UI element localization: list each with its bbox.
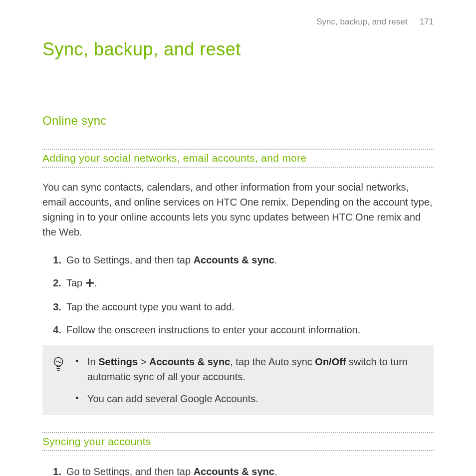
step-number: 1. [47, 464, 61, 476]
plus-icon [85, 276, 94, 291]
svg-rect-4 [57, 368, 60, 369]
step-number: 3. [47, 299, 61, 314]
step-number: 1. [47, 252, 61, 267]
tip-item: You can add several Google Accounts. [75, 391, 424, 406]
step-1: 1. Go to Settings, and then tap Accounts… [66, 464, 434, 476]
ui-term: Accounts & sync [149, 356, 230, 367]
steps-list-adding: 1. Go to Settings, and then tap Accounts… [42, 252, 434, 337]
step-text: . [274, 466, 277, 476]
running-header: Sync, backup, and reset171 [316, 17, 434, 27]
svg-rect-5 [57, 370, 60, 371]
heading-adding-accounts: Adding your social networks, email accou… [42, 149, 434, 168]
step-text: . [94, 277, 97, 288]
tip-text: , tap the Auto sync [230, 356, 315, 367]
step-text: . [274, 254, 277, 265]
intro-paragraph: You can sync contacts, calendars, and ot… [42, 180, 434, 239]
step-number: 2. [47, 275, 61, 290]
step-number: 4. [47, 322, 61, 337]
svg-rect-3 [57, 366, 60, 367]
lightbulb-icon [52, 354, 66, 406]
step-text: Tap [66, 277, 85, 288]
ui-term: Settings [98, 356, 138, 367]
header-page-number: 171 [420, 17, 434, 26]
step-text: Tap the account type you want to add. [66, 301, 235, 312]
ui-term: Accounts & sync [194, 466, 274, 476]
chapter-title: Sync, backup, and reset [42, 39, 434, 60]
tip-text: > [138, 356, 149, 367]
ui-term: Accounts & sync [194, 254, 274, 265]
steps-list-syncing: 1. Go to Settings, and then tap Accounts… [42, 464, 434, 476]
heading-online-sync: Online sync [42, 114, 434, 128]
tip-callout: In Settings > Accounts & sync, tap the A… [42, 345, 434, 415]
tip-item: In Settings > Accounts & sync, tap the A… [75, 354, 424, 384]
tip-text: In [87, 356, 98, 367]
svg-rect-1 [86, 282, 94, 284]
tip-text: You can add several Google Accounts. [87, 393, 258, 404]
tip-list: In Settings > Accounts & sync, tap the A… [75, 354, 424, 406]
step-3: 3. Tap the account type you want to add. [66, 299, 434, 314]
step-text: Follow the onscreen instructions to ente… [66, 324, 360, 335]
step-text: Go to Settings, and then tap [66, 466, 194, 476]
manual-page: Sync, backup, and reset171 Sync, backup,… [0, 0, 476, 476]
step-1: 1. Go to Settings, and then tap Accounts… [66, 252, 434, 267]
ui-term: On/Off [315, 356, 346, 367]
step-text: Go to Settings, and then tap [66, 254, 194, 265]
header-section: Sync, backup, and reset [316, 17, 407, 26]
step-2: 2. Tap . [66, 275, 434, 291]
step-4: 4. Follow the onscreen instructions to e… [66, 322, 434, 337]
heading-syncing-accounts: Syncing your accounts [42, 432, 434, 451]
